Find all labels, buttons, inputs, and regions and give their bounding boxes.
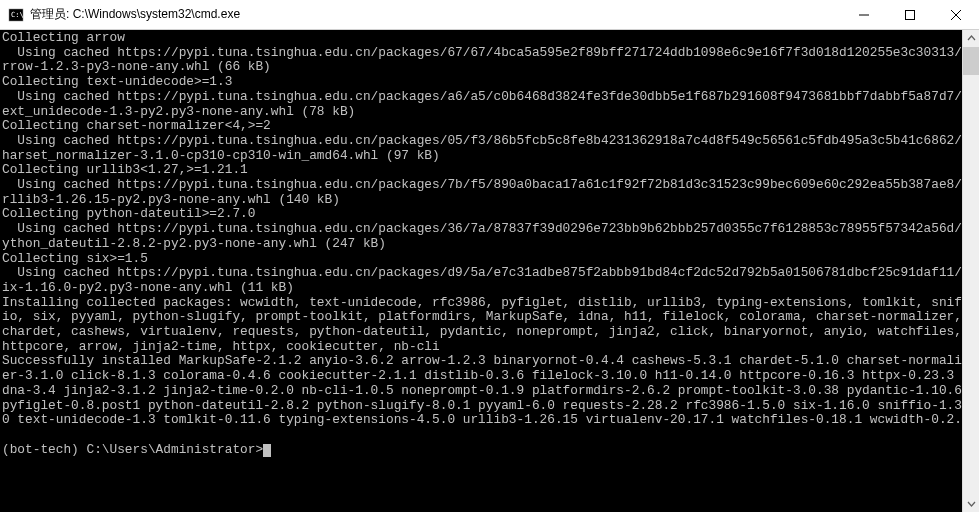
terminal-output[interactable]: Collecting arrow Using cached https://py… (0, 30, 979, 512)
close-button[interactable] (933, 0, 979, 29)
prompt: (bot-tech) C:\Users\Administrator> (2, 442, 263, 457)
scroll-track[interactable] (963, 47, 979, 495)
window-controls (841, 0, 979, 29)
scroll-thumb[interactable] (963, 47, 979, 75)
scrollbar[interactable] (962, 30, 979, 512)
maximize-button[interactable] (887, 0, 933, 29)
cursor (263, 444, 271, 457)
titlebar: C:\ 管理员: C:\Windows\system32\cmd.exe (0, 0, 979, 30)
svg-rect-3 (906, 10, 915, 19)
minimize-button[interactable] (841, 0, 887, 29)
scroll-up-button[interactable] (963, 30, 979, 47)
window-title: 管理员: C:\Windows\system32\cmd.exe (30, 6, 841, 23)
cmd-icon: C:\ (8, 7, 24, 23)
svg-text:C:\: C:\ (11, 11, 24, 19)
scroll-down-button[interactable] (963, 495, 979, 512)
